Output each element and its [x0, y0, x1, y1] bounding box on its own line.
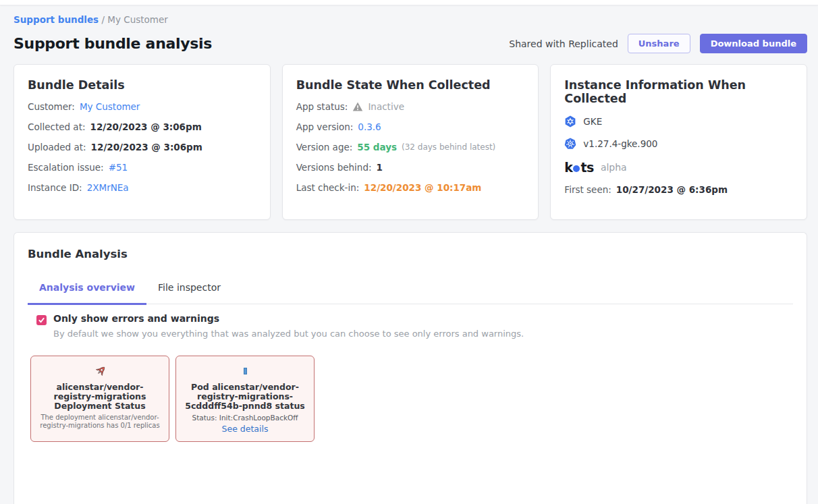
collected-at-label: Collected at:: [28, 121, 86, 132]
page-title: Support bundle analysis: [13, 35, 212, 52]
version-age-row: Version age: 55 days (32 days behind lat…: [296, 142, 525, 152]
app-status-label: App status:: [296, 101, 348, 112]
issue-status: Status: Init:CrashLoopBackOff: [182, 414, 308, 422]
bundle-analysis-title: Bundle Analysis: [28, 248, 793, 260]
last-checkin-value: 12/20/2023 @ 10:17am: [364, 182, 481, 193]
escalation-issue-row: Escalation issue: #51: [28, 162, 256, 173]
version-age-note: (32 days behind latest): [402, 142, 495, 152]
bundle-state-card: Bundle State When Collected App status: …: [282, 64, 539, 220]
shared-status-text: Shared with Replicated: [509, 38, 618, 49]
versions-behind-value: 1: [377, 162, 383, 173]
k8s-version-value: v1.27.4-gke.900: [583, 138, 657, 149]
breadcrumb: Support bundles / My Customer: [13, 14, 807, 25]
bundle-state-title: Bundle State When Collected: [296, 78, 525, 92]
filter-description: By default we show you everything that w…: [53, 329, 524, 339]
customer-link[interactable]: My Customer: [80, 101, 140, 112]
uploaded-at-row: Uploaded at: 12/20/2023 @ 3:06pm: [28, 142, 256, 152]
bundle-analysis-panel: Bundle Analysis Analysis overview File i…: [13, 232, 807, 504]
last-checkin-row: Last check-in: 12/20/2023 @ 10:17am: [296, 182, 525, 193]
issue-description: The deployment alicenstar/vendor-registr…: [36, 414, 163, 430]
gke-icon: [564, 115, 576, 128]
support-bundle-page: Support bundles / My Customer Support bu…: [0, 14, 818, 504]
filter-text-block: Only show errors and warnings By default…: [53, 313, 524, 339]
pod-status-icon: [182, 364, 308, 379]
instance-info-title: Instance Information When Collected: [564, 78, 793, 105]
only-errors-checkbox[interactable]: [36, 315, 47, 325]
pod-status-issue-card[interactable]: Pod alicenstar/vendor-registry-migration…: [175, 356, 315, 442]
app-status-row: App status: Inactive: [296, 101, 525, 112]
first-seen-label: First seen:: [564, 184, 611, 195]
distribution-value: GKE: [583, 116, 602, 127]
app-status-value: Inactive: [368, 101, 404, 112]
k8s-version-row: v1.27.4-gke.900: [564, 138, 793, 150]
breadcrumb-current: My Customer: [107, 14, 168, 25]
instance-info-card: Instance Information When Collected GKE …: [550, 64, 807, 220]
analysis-issue-cards: alicenstar/vendor-registry-migrations De…: [30, 356, 793, 442]
versions-behind-label: Versions behind:: [296, 162, 372, 173]
first-seen-value: 10/27/2023 @ 6:36pm: [616, 184, 728, 195]
instance-id-link[interactable]: 2XMrNEa: [87, 182, 129, 193]
kots-logo: kts: [564, 160, 594, 175]
app-version-label: App version:: [296, 121, 354, 132]
header-actions: Shared with Replicated Unshare Download …: [509, 34, 807, 53]
customer-row: Customer: My Customer: [28, 101, 256, 112]
see-details-link[interactable]: See details: [222, 424, 269, 434]
unshare-button[interactable]: Unshare: [628, 34, 690, 53]
app-version-link[interactable]: 0.3.6: [358, 121, 381, 132]
kots-logo-dot: [573, 165, 580, 172]
first-seen-row: First seen: 10/27/2023 @ 6:36pm: [564, 184, 793, 195]
version-age-label: Version age:: [296, 142, 353, 152]
kots-row: kts alpha: [564, 160, 793, 175]
rocket-icon: [36, 364, 163, 379]
escalation-issue-label: Escalation issue:: [28, 162, 104, 173]
top-bar: [0, 0, 818, 5]
breadcrumb-support-bundles-link[interactable]: Support bundles: [13, 14, 99, 25]
escalation-issue-link[interactable]: #51: [109, 162, 128, 173]
issue-title: Pod alicenstar/vendor-registry-migration…: [182, 383, 308, 411]
instance-id-row: Instance ID: 2XMrNEa: [28, 182, 256, 193]
kubernetes-icon: [564, 138, 576, 150]
kots-channel: alpha: [601, 162, 627, 173]
tab-analysis-overview[interactable]: Analysis overview: [28, 282, 146, 305]
tab-file-inspector[interactable]: File inspector: [146, 282, 232, 305]
warning-icon: [352, 101, 363, 112]
versions-behind-row: Versions behind: 1: [296, 162, 525, 173]
breadcrumb-separator: /: [101, 14, 105, 25]
summary-cards-row: Bundle Details Customer: My Customer Col…: [13, 64, 807, 220]
filter-label: Only show errors and warnings: [53, 313, 524, 324]
version-age-value: 55 days: [357, 142, 397, 152]
customer-label: Customer:: [28, 101, 75, 112]
issue-title: alicenstar/vendor-registry-migrations De…: [36, 383, 163, 411]
download-bundle-button[interactable]: Download bundle: [700, 34, 807, 53]
analysis-tabs: Analysis overview File inspector: [28, 282, 793, 304]
page-header: Support bundle analysis Shared with Repl…: [13, 34, 807, 53]
uploaded-at-label: Uploaded at:: [28, 142, 86, 152]
last-checkin-label: Last check-in:: [296, 182, 360, 193]
collected-at-value: 12/20/2023 @ 3:06pm: [90, 121, 202, 132]
distribution-row: GKE: [564, 115, 793, 128]
instance-id-label: Instance ID:: [28, 182, 82, 193]
deployment-status-issue-card[interactable]: alicenstar/vendor-registry-migrations De…: [30, 356, 169, 442]
collected-at-row: Collected at: 12/20/2023 @ 3:06pm: [28, 121, 256, 132]
errors-warnings-filter: Only show errors and warnings By default…: [36, 313, 793, 339]
bundle-details-title: Bundle Details: [28, 78, 256, 92]
app-version-row: App version: 0.3.6: [296, 121, 525, 132]
uploaded-at-value: 12/20/2023 @ 3:06pm: [91, 142, 202, 152]
bundle-details-card: Bundle Details Customer: My Customer Col…: [13, 64, 271, 220]
